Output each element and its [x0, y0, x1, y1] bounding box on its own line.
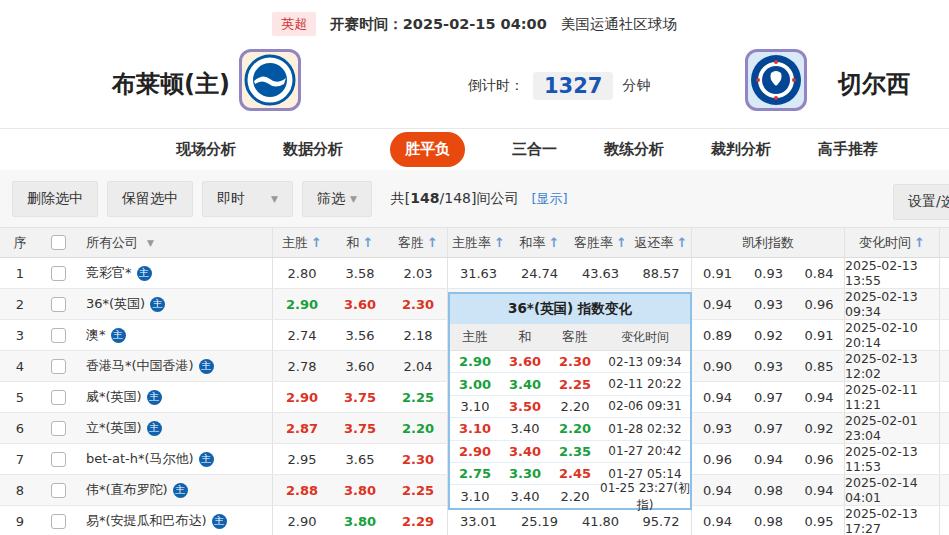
tab-three-in-one[interactable]: 三合一 — [512, 140, 557, 159]
company-name[interactable]: 易*(安提瓜和巴布达)主 — [76, 506, 273, 535]
kelly-index: 0.92 — [743, 320, 794, 350]
tab-coach-analysis[interactable]: 教练分析 — [604, 140, 664, 159]
sort-asc-icon: ↑ — [311, 235, 322, 250]
show-link[interactable]: [显示] — [531, 190, 567, 208]
company-name[interactable]: 立*(英国)主 — [76, 413, 273, 443]
row-number: 2 — [0, 289, 40, 319]
sort-asc-icon: ↑ — [494, 235, 505, 250]
header-return-rate[interactable]: 返还率↑ — [631, 228, 692, 257]
popup-header-3: 变化时间 — [600, 329, 690, 346]
company-name[interactable]: 澳*主 — [76, 320, 273, 350]
tab-expert-picks[interactable]: 高手推荐 — [818, 140, 878, 159]
row-checkbox[interactable] — [51, 514, 66, 529]
row-checkbox[interactable] — [51, 452, 66, 467]
main-company-badge-icon: 主 — [147, 421, 162, 436]
table-row: 9易*(安提瓜和巴布达)主2.903.802.2933.0125.1941.80… — [0, 506, 949, 535]
table-row: 1竞彩官*主2.803.582.0331.6324.7443.6388.570.… — [0, 258, 949, 289]
popup-home-odds: 2.90 — [450, 354, 500, 369]
time-mode-select[interactable]: 即时 ▼ — [202, 181, 293, 217]
popup-change-time: 01-25 23:27(初指) — [600, 480, 690, 514]
draw-odds: 3.80 — [331, 506, 389, 535]
tab-data-analysis[interactable]: 数据分析 — [283, 140, 343, 159]
company-label: 36*(英国) — [86, 295, 145, 313]
team-header: 布莱顿(主) 倒计时： 1327 分钟 切尔西 — [0, 40, 949, 128]
company-name[interactable]: 威*(英国)主 — [76, 382, 273, 412]
company-name[interactable]: 香港马*(中国香港)主 — [76, 351, 273, 381]
popup-home-odds: 2.90 — [450, 444, 500, 459]
tab-live-analysis[interactable]: 现场分析 — [176, 140, 236, 159]
settings-select-button[interactable]: 设置/选择 — [893, 184, 949, 220]
header-checkbox-cell — [40, 228, 76, 257]
company-name[interactable]: bet-at-h*(马尔他)主 — [76, 444, 273, 474]
header-away-win[interactable]: 客胜↑ — [389, 228, 448, 257]
row-checkbox[interactable] — [51, 297, 66, 312]
cut-column — [940, 506, 949, 535]
popup-change-time: 02-06 09:31 — [600, 399, 690, 413]
home-team-logo — [239, 49, 301, 111]
home-odds: 2.78 — [273, 351, 331, 381]
keep-selected-button[interactable]: 保留选中 — [107, 181, 193, 217]
home-odds: 2.90 — [273, 506, 331, 535]
kelly-index: 0.96 — [794, 289, 845, 319]
main-company-badge-icon: 主 — [150, 297, 165, 312]
row-number: 4 — [0, 351, 40, 381]
countdown-value: 1327 — [533, 72, 613, 100]
row-checkbox[interactable] — [51, 328, 66, 343]
row-number: 7 — [0, 444, 40, 474]
away-team-logo — [745, 49, 807, 111]
popup-home-odds: 3.10 — [450, 489, 500, 504]
popup-history-row: 3.103.402.2001-28 02:32 — [450, 418, 690, 440]
draw-odds: 3.75 — [331, 382, 389, 412]
venue-name: 美国运通社区球场 — [561, 15, 677, 34]
cut-column — [940, 413, 949, 443]
row-number: 3 — [0, 320, 40, 350]
kelly-index: 0.98 — [743, 506, 794, 535]
row-checkbox[interactable] — [51, 359, 66, 374]
countdown: 倒计时： 1327 分钟 — [468, 72, 650, 100]
header-draw-rate[interactable]: 和率↑ — [509, 228, 570, 257]
popup-change-time: 02-11 20:22 — [600, 377, 690, 391]
company-name[interactable]: 36*(英国)主 — [76, 289, 273, 319]
select-all-checkbox[interactable] — [51, 235, 66, 250]
match-info-bar: 英超 开赛时间：2025-02-15 04:00 美国运通社区球场 — [0, 0, 949, 40]
popup-away-odds: 2.25 — [550, 377, 600, 392]
chevron-down-icon: ▼ — [271, 194, 278, 204]
row-checkbox[interactable] — [51, 266, 66, 281]
tab-win-draw-lose[interactable]: 胜平负 — [390, 132, 465, 167]
header-draw[interactable]: 和↑ — [331, 228, 389, 257]
popup-header-2: 客胜 — [550, 328, 600, 346]
draw-odds: 3.56 — [331, 320, 389, 350]
away-odds: 2.03 — [389, 258, 448, 288]
company-name[interactable]: 竞彩官*主 — [76, 258, 273, 288]
main-company-badge-icon: 主 — [173, 483, 188, 498]
header-home-win[interactable]: 主胜↑ — [273, 228, 331, 257]
popup-change-time: 01-27 05:14 — [600, 467, 690, 481]
kickoff-time: 开赛时间：2025-02-15 04:00 — [330, 15, 546, 34]
filter-select[interactable]: 筛选 ▼ — [302, 181, 372, 217]
cut-column — [940, 444, 949, 474]
sort-asc-icon: ↑ — [616, 235, 627, 250]
tab-referee-analysis[interactable]: 裁判分析 — [711, 140, 771, 159]
popup-change-time: 01-27 20:42 — [600, 444, 690, 458]
draw-odds: 3.60 — [331, 351, 389, 381]
header-change-time[interactable]: 变化时间↑ — [845, 228, 940, 257]
cut-column — [940, 351, 949, 381]
popup-history-row: 3.103.402.2001-25 23:27(初指) — [450, 485, 690, 507]
delete-selected-button[interactable]: 删除选中 — [12, 181, 98, 217]
cut-column — [940, 320, 949, 350]
row-checkbox[interactable] — [51, 390, 66, 405]
popup-header-0: 主胜 — [450, 328, 500, 346]
kelly-index: 0.97 — [743, 413, 794, 443]
row-checkbox[interactable] — [51, 421, 66, 436]
company-label: 易*(安提瓜和巴布达) — [86, 512, 207, 530]
header-away-rate[interactable]: 客胜率↑ — [570, 228, 631, 257]
row-checkbox-cell — [40, 351, 76, 381]
header-home-rate[interactable]: 主胜率↑ — [448, 228, 509, 257]
kelly-index: 0.92 — [794, 413, 845, 443]
header-company[interactable]: 所有公司▼ — [76, 228, 273, 257]
company-name[interactable]: 伟*(直布罗陀)主 — [76, 475, 273, 505]
row-checkbox[interactable] — [51, 483, 66, 498]
odds-history-popup: 36*(英国) 指数变化 主胜和客胜变化时间 2.903.602.3002-13… — [448, 292, 692, 510]
main-company-badge-icon: 主 — [199, 359, 214, 374]
cut-column — [940, 382, 949, 412]
